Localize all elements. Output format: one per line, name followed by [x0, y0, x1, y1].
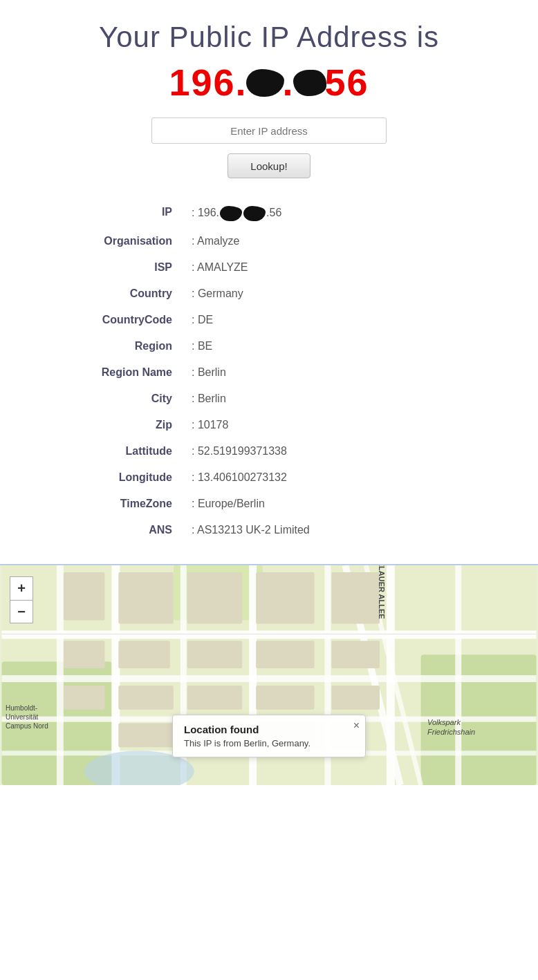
- row-label-zip: Zip: [34, 412, 186, 438]
- ip-part-1: 196.: [169, 62, 247, 103]
- svg-rect-26: [331, 641, 380, 668]
- svg-rect-31: [331, 686, 380, 710]
- row-label-org: Organisation: [34, 228, 186, 254]
- page-wrapper: Your Public IP Address is 196..56 Lookup…: [0, 0, 538, 543]
- table-row: City : Berlin: [34, 386, 504, 412]
- row-label-country: Country: [34, 281, 186, 307]
- table-row: Organisation : Amalyze: [34, 228, 504, 254]
- row-label-lon: Longitude: [34, 464, 186, 491]
- table-row: Region Name : Berlin: [34, 359, 504, 386]
- svg-rect-29: [187, 686, 243, 710]
- row-label-region: Region: [34, 333, 186, 359]
- svg-rect-19: [64, 641, 105, 668]
- row-value-zip: : 10178: [186, 412, 504, 438]
- table-row: ANS : AS13213 UK-2 Limited: [34, 517, 504, 543]
- row-value-lon: : 13.406100273132: [186, 464, 504, 491]
- svg-rect-24: [256, 641, 314, 668]
- row-value-ans: : AS13213 UK-2 Limited: [186, 517, 504, 543]
- popup-close-button[interactable]: ×: [353, 719, 360, 732]
- svg-rect-14: [455, 565, 461, 785]
- svg-rect-30: [256, 686, 314, 710]
- street-label-zlauer: ZLAUER ALLEE: [378, 564, 386, 619]
- table-row: Region : BE: [34, 333, 504, 359]
- ip-address-input[interactable]: [151, 117, 387, 144]
- svg-rect-22: [187, 641, 243, 668]
- row-label-regionname: Region Name: [34, 359, 186, 386]
- svg-rect-20: [118, 641, 170, 668]
- svg-rect-32: [118, 724, 174, 748]
- table-row: Country : Germany: [34, 281, 504, 307]
- svg-rect-27: [64, 686, 105, 710]
- ip-display: 196..56: [14, 61, 524, 104]
- svg-rect-18: [118, 572, 174, 624]
- row-label-lat: Lattitude: [34, 438, 186, 464]
- svg-rect-28: [118, 686, 174, 710]
- popup-text: This IP is from Berlin, Germany.: [184, 738, 354, 748]
- ip-redact-1: [246, 69, 284, 97]
- uni-label-humboldt: Humboldt-UniversitätCampus Nord: [6, 704, 48, 731]
- row-value-country: : Germany: [186, 281, 504, 307]
- zoom-controls: + −: [10, 576, 33, 623]
- row-label-ans: ANS: [34, 517, 186, 543]
- table-row: Zip : 10178: [34, 412, 504, 438]
- row-value-ip: : 196..56: [186, 199, 504, 228]
- row-label-isp: ISP: [34, 254, 186, 281]
- popup-title: Location found: [184, 724, 354, 735]
- map-section: ZLAUER ALLEE VolksparkFriedrichshain Hum…: [0, 564, 538, 785]
- ip-small-redact-1: [220, 206, 242, 221]
- map-popup: × Location found This IP is from Berlin,…: [172, 715, 366, 757]
- table-row: ISP : AMALYZE: [34, 254, 504, 281]
- table-row: IP : 196..56: [34, 199, 504, 228]
- zoom-in-button[interactable]: +: [10, 576, 33, 600]
- park-label-volkspark: VolksparkFriedrichshain: [427, 717, 475, 737]
- svg-rect-17: [64, 572, 105, 621]
- row-label-city: City: [34, 386, 186, 412]
- zoom-out-button[interactable]: −: [10, 600, 33, 623]
- svg-rect-21: [187, 572, 243, 624]
- row-value-city: : Berlin: [186, 386, 504, 412]
- row-value-countrycode: : DE: [186, 307, 504, 333]
- svg-rect-8: [57, 565, 64, 785]
- table-row: Lattitude : 52.519199371338: [34, 438, 504, 464]
- lookup-button[interactable]: Lookup!: [228, 153, 310, 178]
- table-row: TimeZone : Europe/Berlin: [34, 491, 504, 517]
- row-label-tz: TimeZone: [34, 491, 186, 517]
- row-value-lat: : 52.519199371338: [186, 438, 504, 464]
- row-label-ip: IP: [34, 199, 186, 228]
- page-title: Your Public IP Address is: [14, 21, 524, 54]
- svg-rect-25: [331, 572, 380, 624]
- info-table: IP : 196..56 Organisation : Amalyze ISP …: [34, 199, 504, 543]
- row-label-countrycode: CountryCode: [34, 307, 186, 333]
- row-value-isp: : AMALYZE: [186, 254, 504, 281]
- ip-small-redact-2: [243, 206, 266, 221]
- row-value-regionname: : Berlin: [186, 359, 504, 386]
- svg-rect-23: [256, 572, 314, 624]
- ip-part-3: 56: [325, 62, 369, 103]
- table-row: CountryCode : DE: [34, 307, 504, 333]
- row-value-tz: : Europe/Berlin: [186, 491, 504, 517]
- table-row: Longitude : 13.406100273132: [34, 464, 504, 491]
- row-value-org: : Amalyze: [186, 228, 504, 254]
- ip-part-2: .: [283, 62, 295, 103]
- input-section: Lookup!: [14, 117, 524, 178]
- ip-redact-2: [293, 70, 326, 96]
- row-value-region: : BE: [186, 333, 504, 359]
